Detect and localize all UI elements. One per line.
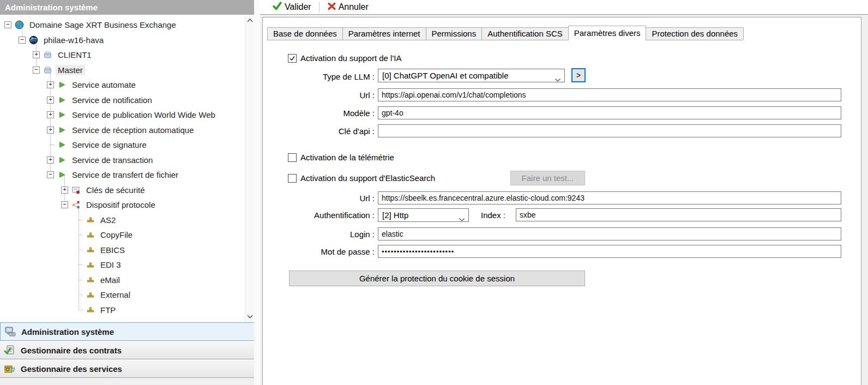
expand-icon[interactable]: + [61, 187, 68, 194]
cancel-button[interactable]: Annuler [322, 0, 374, 14]
api-key-label: Clé d'api : [263, 127, 375, 136]
tab[interactable]: Paramètres internet [342, 27, 426, 40]
collapse-icon[interactable]: − [19, 37, 26, 44]
tree-view: −Domaine Sage XRT Business Exchange−phil… [0, 15, 245, 322]
ia-support-checkbox[interactable] [288, 54, 297, 63]
tree-item[interactable]: +Service automate [0, 77, 245, 93]
tree-item[interactable]: AS2 [0, 213, 245, 228]
tree-item[interactable]: −Service de transfert de fichier [0, 167, 245, 183]
tree-item[interactable]: +Service de publication World Wide Web [0, 107, 245, 123]
api-key-input[interactable] [378, 124, 841, 137]
tree-item[interactable]: External [0, 287, 245, 303]
index-input[interactable] [516, 208, 841, 221]
generate-cookie-button[interactable]: Générer la protection du cookie de sessi… [289, 270, 585, 286]
model-input[interactable] [378, 106, 841, 119]
contracts-icon [4, 344, 16, 356]
sidebar: Administration système −Domaine Sage XRT… [0, 0, 260, 385]
tree-connector [79, 310, 82, 310]
service-icon [57, 110, 67, 119]
service-icon [57, 170, 67, 179]
tree-item[interactable]: CopyFile [0, 227, 245, 243]
expand-icon[interactable]: + [47, 97, 54, 104]
application-window: Administration système −Domaine Sage XRT… [0, 0, 868, 385]
nav-item[interactable]: Gestionnaire des services [0, 359, 259, 378]
auth-label: Authentification : [263, 210, 375, 220]
nav-item[interactable]: Administration système [0, 322, 259, 341]
tree-item[interactable]: EBICS [0, 243, 245, 258]
tree-item[interactable]: eMail [0, 273, 245, 288]
tree-item-label: Clés de sécurité [84, 185, 147, 195]
tree-connector [50, 145, 54, 145]
llm-url-input[interactable] [378, 88, 841, 101]
tree-item[interactable]: +CLIENT1 [0, 47, 245, 63]
expand-icon[interactable]: + [47, 111, 54, 118]
ia-support-checkbox-row: Activation du support de l'IA [288, 53, 401, 63]
telemetry-label: Activation de la télémétrie [300, 153, 394, 162]
test-button[interactable]: Faire un test... [510, 171, 585, 185]
expand-icon[interactable]: + [47, 81, 54, 88]
tab[interactable]: Paramètres divers [568, 26, 647, 40]
tree-item[interactable]: +Service de transaction [0, 153, 245, 168]
tab[interactable]: Permissions [426, 27, 483, 40]
elastic-checkbox[interactable] [288, 174, 297, 183]
password-label: Mot de passe : [263, 247, 375, 256]
tab[interactable]: Protection des données [646, 27, 744, 40]
tree-item-label: External [98, 290, 132, 300]
elastic-label: Activation du support d'ElasticSearch [300, 173, 435, 183]
plug-icon [86, 245, 95, 255]
tree-item-label: EBICS [98, 245, 127, 255]
tree-item[interactable]: −Domaine Sage XRT Business Exchange [0, 17, 245, 33]
plug-icon [86, 260, 95, 269]
scroll-up-icon[interactable] [245, 16, 255, 25]
tree-item-label: CLIENT1 [56, 50, 94, 60]
cancel-label: Annuler [339, 2, 369, 12]
tree-item[interactable]: +Service de notification [0, 93, 245, 108]
service-icon [57, 80, 67, 89]
tree-scrollbar[interactable] [245, 15, 254, 322]
telemetry-checkbox[interactable] [288, 153, 297, 162]
tree-item-label: Service de réception automatique [70, 125, 196, 135]
llm-more-button[interactable]: > [571, 68, 586, 82]
tree-item[interactable]: −philae-w16-hava [0, 33, 245, 48]
es-url-input[interactable] [378, 191, 841, 204]
tree-item[interactable]: −Dispositif protocole [0, 197, 245, 213]
password-input[interactable] [378, 245, 841, 258]
tab[interactable]: Base de données [267, 27, 343, 40]
collapse-icon[interactable]: − [61, 201, 68, 208]
module-nav: Administration systèmeGestionnaire des c… [0, 322, 259, 385]
expand-icon[interactable]: + [33, 51, 40, 58]
check-icon [272, 1, 282, 13]
settings-groupbox: Base de donnéesParamètres internetPermis… [262, 17, 861, 385]
tabstrip: Base de donnéesParamètres internetPermis… [267, 26, 743, 40]
tree-item[interactable]: +Clés de sécurité [0, 183, 245, 198]
tree-item[interactable]: FTP [0, 303, 245, 318]
tree-item[interactable]: +Service de réception automatique [0, 123, 245, 138]
world-server-icon [29, 35, 38, 45]
tree-item[interactable]: Service de signature [0, 137, 245, 153]
llm-type-select[interactable]: [0] ChatGPT OpenAI et compatible [378, 69, 565, 82]
plug-icon [86, 305, 95, 315]
nav-item-label: Administration système [21, 327, 114, 336]
expand-icon[interactable]: + [47, 127, 54, 134]
scroll-down-icon[interactable] [245, 312, 255, 321]
panel-splitter[interactable] [254, 0, 260, 385]
validate-button[interactable]: Valider [267, 0, 317, 14]
certificate-icon [71, 185, 81, 195]
database-icon [43, 50, 52, 59]
collapse-icon[interactable]: − [4, 21, 11, 28]
collapse-icon[interactable]: − [47, 171, 54, 178]
services-box-icon [4, 363, 16, 375]
tree-item[interactable]: EDI 3 [0, 257, 245, 273]
tree-item-label: Dispositif protocole [84, 200, 158, 210]
login-input[interactable] [378, 227, 841, 240]
collapse-icon[interactable]: − [33, 67, 40, 74]
tree-item-label: Service automate [70, 80, 138, 90]
tree-item[interactable]: −Master [0, 63, 245, 78]
tree-item-label: Service de publication World Wide Web [70, 110, 218, 120]
tab[interactable]: Authentification SCS [481, 27, 569, 40]
expand-icon[interactable]: + [47, 157, 54, 164]
tree-connector [79, 280, 82, 280]
llm-url-label: Url : [263, 91, 375, 100]
nav-item[interactable]: Gestionnaire des contrats [0, 341, 259, 359]
computer-icon [4, 326, 16, 338]
